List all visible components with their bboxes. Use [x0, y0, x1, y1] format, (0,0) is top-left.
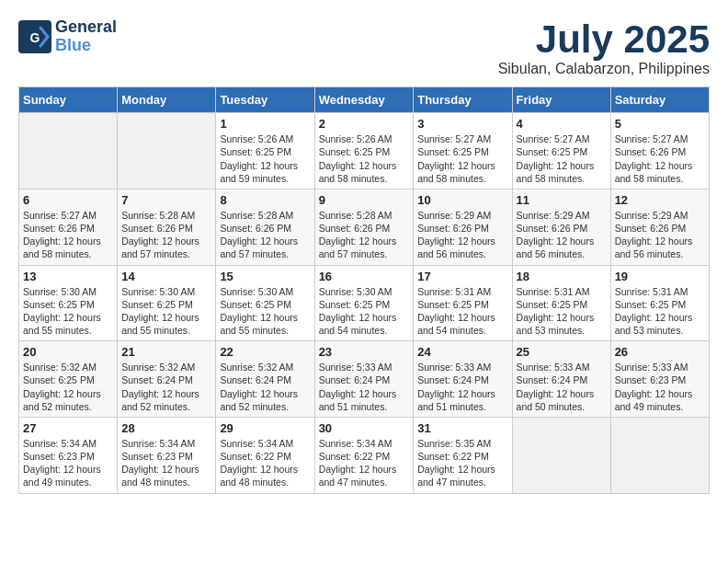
calendar-cell: 19Sunrise: 5:31 AM Sunset: 6:25 PM Dayli…	[610, 265, 709, 341]
day-number: 23	[319, 345, 410, 359]
day-number: 31	[417, 421, 507, 435]
calendar-cell: 12Sunrise: 5:29 AM Sunset: 6:26 PM Dayli…	[610, 189, 709, 265]
day-number: 28	[121, 421, 211, 435]
day-info: Sunrise: 5:34 AM Sunset: 6:23 PM Dayligh…	[121, 437, 211, 489]
calendar-cell	[19, 113, 118, 190]
weekday-header: SundayMondayTuesdayWednesdayThursdayFrid…	[19, 87, 710, 113]
day-info: Sunrise: 5:31 AM Sunset: 6:25 PM Dayligh…	[517, 285, 607, 338]
day-number: 4	[517, 117, 607, 131]
day-info: Sunrise: 5:32 AM Sunset: 6:25 PM Dayligh…	[23, 361, 113, 413]
calendar-cell: 13Sunrise: 5:30 AM Sunset: 6:25 PM Dayli…	[19, 265, 118, 341]
day-info: Sunrise: 5:27 AM Sunset: 6:26 PM Dayligh…	[615, 132, 705, 185]
weekday-header-cell: Saturday	[610, 87, 709, 113]
day-info: Sunrise: 5:27 AM Sunset: 6:25 PM Dayligh…	[417, 132, 507, 185]
calendar-cell: 9Sunrise: 5:28 AM Sunset: 6:26 PM Daylig…	[314, 189, 414, 265]
calendar-week-row: 6Sunrise: 5:27 AM Sunset: 6:26 PM Daylig…	[19, 189, 710, 265]
calendar-cell: 31Sunrise: 5:35 AM Sunset: 6:22 PM Dayli…	[414, 417, 512, 493]
day-number: 10	[417, 193, 507, 207]
day-number: 19	[615, 270, 705, 283]
calendar-cell	[512, 417, 610, 493]
day-number: 1	[220, 117, 310, 131]
title-area: July 2025 Sibulan, Calabarzon, Philippin…	[498, 18, 710, 77]
calendar-week-row: 20Sunrise: 5:32 AM Sunset: 6:25 PM Dayli…	[19, 341, 710, 418]
calendar-cell: 30Sunrise: 5:34 AM Sunset: 6:22 PM Dayli…	[314, 417, 414, 493]
calendar-cell: 10Sunrise: 5:29 AM Sunset: 6:26 PM Dayli…	[414, 189, 512, 265]
day-number: 8	[220, 193, 310, 207]
day-info: Sunrise: 5:29 AM Sunset: 6:26 PM Dayligh…	[417, 209, 507, 261]
day-info: Sunrise: 5:27 AM Sunset: 6:25 PM Dayligh…	[517, 132, 607, 185]
day-number: 7	[121, 193, 211, 207]
day-number: 27	[23, 421, 113, 435]
day-number: 11	[517, 193, 607, 207]
calendar-cell: 3Sunrise: 5:27 AM Sunset: 6:25 PM Daylig…	[414, 113, 512, 190]
calendar-cell: 21Sunrise: 5:32 AM Sunset: 6:24 PM Dayli…	[118, 341, 216, 418]
calendar-cell: 5Sunrise: 5:27 AM Sunset: 6:26 PM Daylig…	[610, 113, 709, 190]
day-info: Sunrise: 5:28 AM Sunset: 6:26 PM Dayligh…	[319, 209, 410, 261]
day-info: Sunrise: 5:35 AM Sunset: 6:22 PM Dayligh…	[417, 437, 507, 489]
day-info: Sunrise: 5:33 AM Sunset: 6:24 PM Dayligh…	[319, 361, 410, 413]
calendar-cell: 15Sunrise: 5:30 AM Sunset: 6:25 PM Dayli…	[216, 265, 314, 341]
day-info: Sunrise: 5:32 AM Sunset: 6:24 PM Dayligh…	[121, 361, 211, 413]
calendar-body: 1Sunrise: 5:26 AM Sunset: 6:25 PM Daylig…	[19, 113, 710, 493]
calendar-cell: 7Sunrise: 5:28 AM Sunset: 6:26 PM Daylig…	[118, 189, 216, 265]
day-number: 2	[319, 117, 410, 131]
location-title: Sibulan, Calabarzon, Philippines	[498, 61, 710, 77]
day-info: Sunrise: 5:30 AM Sunset: 6:25 PM Dayligh…	[319, 285, 410, 338]
day-number: 17	[417, 270, 507, 283]
day-info: Sunrise: 5:33 AM Sunset: 6:23 PM Dayligh…	[615, 361, 705, 413]
day-info: Sunrise: 5:30 AM Sunset: 6:25 PM Dayligh…	[121, 285, 211, 338]
day-number: 12	[615, 193, 705, 207]
day-number: 30	[319, 421, 410, 435]
calendar-cell: 2Sunrise: 5:26 AM Sunset: 6:25 PM Daylig…	[314, 113, 414, 190]
calendar-cell: 11Sunrise: 5:29 AM Sunset: 6:26 PM Dayli…	[512, 189, 610, 265]
day-number: 21	[121, 345, 211, 359]
day-info: Sunrise: 5:31 AM Sunset: 6:25 PM Dayligh…	[615, 285, 705, 338]
logo: G General Blue	[18, 18, 117, 55]
day-info: Sunrise: 5:31 AM Sunset: 6:25 PM Dayligh…	[417, 285, 507, 338]
calendar-cell: 14Sunrise: 5:30 AM Sunset: 6:25 PM Dayli…	[118, 265, 216, 341]
day-info: Sunrise: 5:34 AM Sunset: 6:22 PM Dayligh…	[319, 437, 410, 489]
logo-icon: G	[18, 20, 51, 53]
day-info: Sunrise: 5:28 AM Sunset: 6:26 PM Dayligh…	[220, 209, 310, 261]
calendar-cell: 6Sunrise: 5:27 AM Sunset: 6:26 PM Daylig…	[19, 189, 118, 265]
weekday-header-cell: Sunday	[19, 87, 118, 113]
day-info: Sunrise: 5:34 AM Sunset: 6:22 PM Dayligh…	[220, 437, 310, 489]
day-info: Sunrise: 5:32 AM Sunset: 6:24 PM Dayligh…	[220, 361, 310, 413]
day-number: 13	[23, 270, 113, 283]
calendar-cell	[118, 113, 216, 190]
calendar-cell: 25Sunrise: 5:33 AM Sunset: 6:24 PM Dayli…	[512, 341, 610, 418]
weekday-header-cell: Monday	[118, 87, 216, 113]
calendar-cell: 1Sunrise: 5:26 AM Sunset: 6:25 PM Daylig…	[216, 113, 314, 190]
calendar-cell: 24Sunrise: 5:33 AM Sunset: 6:24 PM Dayli…	[414, 341, 512, 418]
day-info: Sunrise: 5:27 AM Sunset: 6:26 PM Dayligh…	[23, 209, 113, 261]
calendar-cell: 23Sunrise: 5:33 AM Sunset: 6:24 PM Dayli…	[314, 341, 414, 418]
calendar-cell: 29Sunrise: 5:34 AM Sunset: 6:22 PM Dayli…	[216, 417, 314, 493]
day-number: 18	[517, 270, 607, 283]
day-number: 20	[23, 345, 113, 359]
weekday-header-cell: Thursday	[414, 87, 512, 113]
day-number: 15	[220, 270, 310, 283]
month-title: July 2025	[498, 18, 710, 61]
calendar-cell: 18Sunrise: 5:31 AM Sunset: 6:25 PM Dayli…	[512, 265, 610, 341]
day-number: 14	[121, 270, 211, 283]
calendar-cell: 4Sunrise: 5:27 AM Sunset: 6:25 PM Daylig…	[512, 113, 610, 190]
day-info: Sunrise: 5:29 AM Sunset: 6:26 PM Dayligh…	[517, 209, 607, 261]
day-info: Sunrise: 5:33 AM Sunset: 6:24 PM Dayligh…	[517, 361, 607, 413]
calendar-cell: 27Sunrise: 5:34 AM Sunset: 6:23 PM Dayli…	[19, 417, 118, 493]
day-number: 29	[220, 421, 310, 435]
calendar-cell: 17Sunrise: 5:31 AM Sunset: 6:25 PM Dayli…	[414, 265, 512, 341]
calendar: SundayMondayTuesdayWednesdayThursdayFrid…	[18, 86, 710, 493]
day-number: 6	[23, 193, 113, 207]
calendar-cell: 22Sunrise: 5:32 AM Sunset: 6:24 PM Dayli…	[216, 341, 314, 418]
day-number: 25	[517, 345, 607, 359]
logo-line1: General	[55, 18, 117, 37]
logo-line2: Blue	[55, 37, 117, 55]
day-info: Sunrise: 5:33 AM Sunset: 6:24 PM Dayligh…	[417, 361, 507, 413]
day-number: 26	[615, 345, 705, 359]
calendar-week-row: 1Sunrise: 5:26 AM Sunset: 6:25 PM Daylig…	[19, 113, 710, 190]
day-number: 5	[615, 117, 705, 131]
day-info: Sunrise: 5:34 AM Sunset: 6:23 PM Dayligh…	[23, 437, 113, 489]
day-info: Sunrise: 5:26 AM Sunset: 6:25 PM Dayligh…	[220, 132, 310, 185]
day-info: Sunrise: 5:26 AM Sunset: 6:25 PM Dayligh…	[319, 132, 410, 185]
svg-text:G: G	[30, 30, 40, 45]
